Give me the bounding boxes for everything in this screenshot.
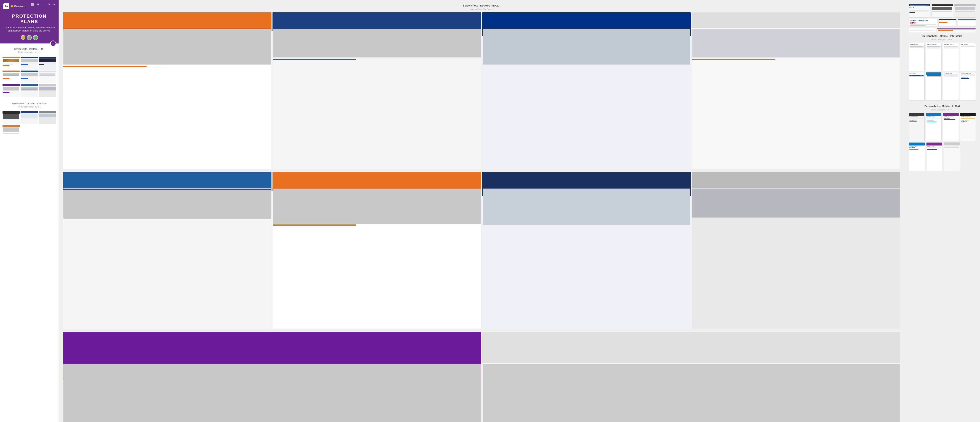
thumb-mobile-interstitial-retailer[interactable]: ✓ Product Added: [926, 43, 942, 71]
thumb-incart-retailer7[interactable]: [692, 172, 900, 328]
mobile-in-cart-section: Screenshots - Mobile - In Cart Add a des…: [908, 105, 976, 171]
thumb-placeholder: [961, 142, 976, 171]
thumb-mobile-wayfair-inter[interactable]: ✓ Added to Cart: [943, 72, 959, 100]
avatar-2: [27, 35, 32, 40]
columns-wrapper: Screenshots - Desktop - In Cart Add a de…: [59, 0, 980, 422]
mobile-interstitial-grid-2: Item Available 01 16 2017: [908, 72, 976, 100]
sears-row-3: [908, 28, 976, 32]
sears-logo-text: sears: [910, 7, 929, 8]
mobile-interstitial-header: Screenshots - Mobile - Interstitial: [908, 35, 976, 38]
header-icons: ⬜ ⊞ ↑ ⚙ →: [30, 3, 56, 6]
thumb-costco-pdp[interactable]: [21, 70, 38, 84]
mobile-interstitial-section: Screenshots - Mobile - Interstitial Add …: [908, 35, 976, 100]
desktop-interstitial-desc: Add a description here...: [0, 106, 59, 110]
app-logo-row: Tn Research: [3, 3, 27, 9]
thumb-mobile-interstitial-amazon[interactable]: Added to Cart: [908, 43, 924, 71]
export-icon[interactable]: →: [52, 3, 56, 6]
desktop-in-cart-grid-3: [63, 332, 900, 422]
brand-name: Research: [14, 5, 27, 8]
desktop-in-cart-section: Screenshots - Desktop - In Cart Add a de…: [63, 4, 900, 422]
avatar-1: [21, 35, 25, 40]
thumb-incart-retailer3[interactable]: [692, 13, 900, 169]
thumb-mobile-wayfair-cart-2[interactable]: Shopping Cart: [926, 142, 943, 171]
thumb-retailer-pdp-1[interactable]: [21, 57, 38, 70]
thumb-interstitial-4[interactable]: [3, 125, 20, 138]
desktop-pdp-label: Screenshots - Desktop - PDP: [0, 43, 59, 51]
thumb-incart-retailer5[interactable]: [272, 172, 481, 328]
mobile-interstitial-desc: Add a description here...: [908, 38, 976, 41]
app-logo-text: Tn: [5, 5, 8, 8]
desktop-in-cart-grid-2: [63, 172, 900, 328]
thumb-mobile-wayfair-cart[interactable]: Cart Total (3 items) $3,883.81: [943, 113, 959, 141]
thumb-mobile-walmart-inter[interactable]: [926, 72, 942, 100]
thumb-mobile-jordans-cart[interactable]: Your Shopping Cart Futura Hagen 3... $2,…: [960, 113, 976, 141]
thumb-incart-retailer8[interactable]: [63, 332, 481, 422]
thumb-sears-product-detail[interactable]: Frigidaire - Stainless Steel $547.20: [908, 19, 937, 27]
center-column: Screenshots - Desktop - In Cart Add a de…: [59, 0, 904, 422]
right-column: sears Frigidaire - Stainless Steel: [904, 0, 980, 422]
thumb-incart-retailer1[interactable]: [272, 13, 481, 169]
desktop-pdp-grid: [0, 56, 59, 98]
thumb-mobile-bernie-cart[interactable]: SHOPPING CART Save $20 Now: [908, 113, 924, 141]
thumb-retailer-pdp-5[interactable]: [3, 84, 20, 97]
thumb-mobile-walmart-cart[interactable]: Your Cart 2 Items Free Shipping...: [926, 113, 942, 141]
sears-row-2: Frigidaire - Stainless Steel $547.20: [908, 19, 976, 27]
mobile-in-cart-header: Screenshots - Mobile - In Cart: [908, 105, 976, 108]
thumb-retailer-pdp-4[interactable]: [39, 70, 56, 84]
thumb-interstitial-1[interactable]: [3, 111, 20, 124]
mobile-interstitial-grid: Added to Cart ✓ Product Added Added to C…: [908, 43, 976, 71]
project-header: Tn Research ⬜ ⊞ ↑ ⚙ → PROTECTION PLANS C…: [0, 0, 59, 43]
app-logo-box: Tn: [3, 3, 9, 9]
add-section-button[interactable]: +: [50, 40, 56, 46]
thumb-mobile-retailer-cart[interactable]: [944, 142, 960, 171]
thumb-wayfair-cart[interactable]: [937, 28, 976, 32]
thumb-incart-retailer2[interactable]: [482, 13, 691, 169]
thumb-interstitial-3[interactable]: [39, 111, 56, 124]
thumb-sears-nav[interactable]: [939, 19, 956, 27]
desktop-interstitial-grid: [0, 110, 59, 139]
thumb-incart-retailer9[interactable]: [482, 332, 900, 422]
thumb-walmart-detail[interactable]: [958, 19, 976, 27]
logo-diamond-icon: [11, 5, 13, 8]
sears-top-row: sears: [908, 4, 976, 18]
thumb-retailer-pdp-6[interactable]: [21, 84, 38, 97]
desktop-in-cart-desc: Add a description here...: [63, 8, 900, 10]
thumb-amazon-pdp[interactable]: [3, 57, 20, 70]
desktop-in-cart-grid: [63, 13, 900, 169]
desktop-interstitial-label: Screenshots - Desktop - Interstitial: [0, 98, 59, 106]
project-subtitle: Competitor Research - looking at where, …: [3, 26, 55, 33]
thumb-mobile-walmart-cart-2[interactable]: Your cart 1 item. $126.44: [908, 142, 925, 171]
thumb-retailer-pdp-3[interactable]: [3, 70, 20, 84]
grid-icon[interactable]: ⊞: [36, 3, 40, 6]
thumb-mobile-interstitial-calendar[interactable]: Item Available 01 16 2017: [908, 72, 924, 100]
share-icon[interactable]: ↑: [41, 3, 45, 6]
thumb-mobile-interstitial-3[interactable]: Add to Cart: [960, 43, 976, 71]
collaborator-avatars: [3, 35, 55, 40]
thumb-product-detail-2[interactable]: [908, 28, 936, 32]
mobile-in-cart-grid: SHOPPING CART Save $20 Now Your Cart 2 I…: [908, 113, 976, 141]
app-logo-icon: Research: [11, 5, 27, 8]
thumb-mobile-interstitial-2[interactable]: Added to Cart ✕: [943, 43, 959, 71]
avatar-3: [33, 35, 38, 40]
desktop-pdp-desc: Add a description here...: [0, 51, 59, 56]
main-content: Screenshots - Desktop - In Cart Add a de…: [59, 0, 980, 422]
thumb-mobile-inter-protection[interactable]: You just added 1 item Protection Plan: [960, 72, 976, 100]
thumb-incart-retailer4[interactable]: [63, 172, 272, 328]
project-title: PROTECTION PLANS: [3, 13, 55, 24]
thumb-incart-retailer6[interactable]: [482, 172, 691, 328]
thumb-retailer-pdp-2[interactable]: [39, 57, 56, 70]
thumb-retailer-top-3[interactable]: [954, 4, 976, 18]
left-panel: Tn Research ⬜ ⊞ ↑ ⚙ → PROTECTION PLANS C…: [0, 0, 59, 422]
mobile-in-cart-grid-2: Your cart 1 item. $126.44 Shopping Cart: [908, 142, 976, 171]
thumb-retailer-pdp-7[interactable]: [39, 84, 56, 97]
mobile-in-cart-desc: Add a description here...: [908, 108, 976, 111]
thumb-retailer-top-2[interactable]: [932, 4, 953, 18]
settings-icon[interactable]: ⚙: [47, 3, 51, 6]
thumb-interstitial-2[interactable]: [21, 111, 38, 124]
sears-top-section: sears Frigidaire - Stainless Steel: [908, 4, 976, 32]
thumb-sears-main[interactable]: sears: [908, 4, 930, 18]
thumb-incart-amazon[interactable]: [63, 13, 272, 169]
desktop-in-cart-header: Screenshots - Desktop - In Cart: [63, 4, 900, 7]
window-icon[interactable]: ⬜: [30, 3, 34, 6]
